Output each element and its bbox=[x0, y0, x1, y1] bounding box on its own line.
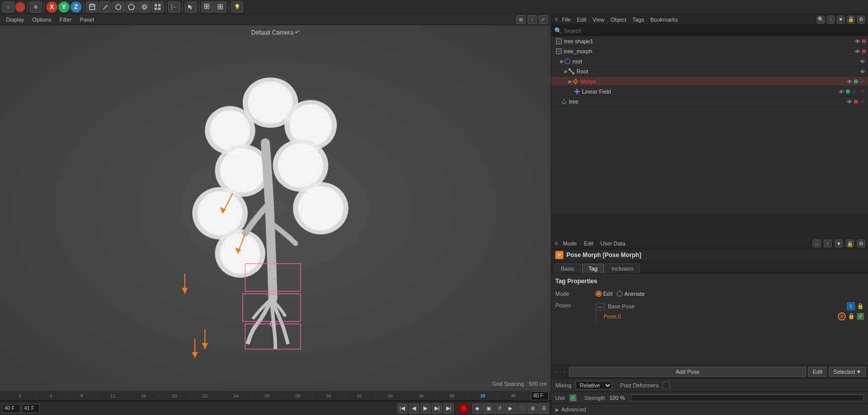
back-btn[interactable]: ← bbox=[813, 239, 821, 247]
tab-basic[interactable]: Basic bbox=[554, 264, 581, 273]
hamburger-menu[interactable]: ≡ bbox=[2, 2, 14, 13]
edit-menu[interactable]: Edit bbox=[575, 16, 589, 23]
pen-tool[interactable] bbox=[99, 2, 111, 13]
polygon-tool[interactable] bbox=[125, 2, 137, 13]
record-btn[interactable] bbox=[15, 2, 25, 12]
file-menu[interactable]: File bbox=[560, 16, 573, 23]
search-icon-btn[interactable]: 🔍 bbox=[817, 16, 825, 24]
expand-icon[interactable]: ▶ bbox=[564, 69, 568, 74]
light-tool[interactable]: 💡 bbox=[231, 2, 243, 13]
up-arrow-btn[interactable]: ↑ bbox=[827, 16, 835, 24]
cube-tool[interactable] bbox=[86, 2, 98, 13]
obj-vis-btn[interactable] bbox=[854, 38, 861, 45]
key-btn[interactable]: ◆ bbox=[472, 403, 482, 413]
strength-slider[interactable] bbox=[631, 394, 864, 401]
filter-icon-btn[interactable]: ▼ bbox=[837, 16, 845, 24]
add-pose-button[interactable]: Add Pose bbox=[569, 367, 806, 377]
grid-tool[interactable] bbox=[201, 2, 213, 13]
post-deformers-checkbox[interactable] bbox=[663, 382, 670, 389]
viewport-3d[interactable]: Default Camera •° bbox=[0, 25, 551, 391]
search-input[interactable] bbox=[564, 28, 865, 34]
list-item[interactable]: tree ✕ bbox=[551, 97, 868, 107]
obj-close-btn[interactable]: ✕ bbox=[859, 88, 866, 95]
play2-btn[interactable]: ▶ bbox=[505, 403, 516, 413]
up-btn[interactable]: ↑ bbox=[824, 239, 832, 247]
z-axis-btn[interactable]: Z bbox=[70, 2, 82, 13]
prev-frame-btn[interactable]: ◀ bbox=[409, 403, 419, 413]
options-menu[interactable]: Options bbox=[29, 16, 54, 23]
x-axis-btn[interactable]: X bbox=[46, 2, 57, 13]
display-menu[interactable]: Display bbox=[3, 16, 27, 23]
selected-button[interactable]: Selected ▼ bbox=[829, 367, 866, 377]
array-tool[interactable] bbox=[152, 2, 164, 13]
selection-tool[interactable] bbox=[185, 2, 197, 13]
add-btn[interactable]: ⊕ bbox=[30, 2, 42, 13]
list-item[interactable]: ▶ root bbox=[551, 56, 868, 66]
obj-check-btn[interactable]: ✓ bbox=[859, 78, 866, 85]
pose-0-check[interactable]: ✓ bbox=[857, 313, 864, 320]
edit-button[interactable]: Edit bbox=[808, 367, 827, 377]
obj-vis-btn[interactable] bbox=[859, 68, 866, 75]
cycle-btn[interactable]: ↺ bbox=[494, 403, 504, 413]
expand-icon[interactable]: ▶ bbox=[568, 79, 572, 84]
filter-menu[interactable]: Filter bbox=[56, 16, 75, 23]
tags-menu[interactable]: Tags bbox=[630, 16, 646, 23]
goto-end-btn[interactable]: ▶| bbox=[444, 403, 454, 413]
panel-menu[interactable]: Panel bbox=[77, 16, 97, 23]
tab-inclusion[interactable]: Inclusion bbox=[605, 264, 640, 273]
obj-vis-btn[interactable] bbox=[846, 98, 853, 105]
obj-check-btn[interactable]: ✓ bbox=[851, 88, 858, 95]
base-pose-expand[interactable]: — bbox=[596, 303, 605, 310]
list-item[interactable]: tree_morph bbox=[551, 46, 868, 56]
attr-menu[interactable]: ≡ bbox=[554, 240, 558, 247]
expand-icon[interactable]: ▶ bbox=[560, 59, 564, 64]
pose-0-eye-btn[interactable] bbox=[838, 312, 846, 320]
shape-tool[interactable] bbox=[112, 2, 124, 13]
play-btn[interactable]: ▶ bbox=[420, 403, 430, 413]
settings2-icon-btn[interactable]: ⚙ bbox=[857, 16, 865, 24]
list-item[interactable]: tree shape1 bbox=[551, 36, 868, 46]
pose-0-name[interactable]: Pose.0 bbox=[604, 313, 621, 319]
pose-0-lock[interactable]: 🔒 bbox=[848, 313, 855, 320]
viewport-expand-btn[interactable]: ⤢ bbox=[539, 15, 548, 24]
obj-vis-btn[interactable] bbox=[846, 78, 853, 85]
obj-vis-btn[interactable] bbox=[838, 88, 845, 95]
lock-icon-btn[interactable]: 🔒 bbox=[847, 16, 855, 24]
settings3-btn[interactable]: ⚙ bbox=[857, 239, 865, 247]
obj-vis-btn[interactable] bbox=[859, 58, 866, 65]
motion-btn[interactable]: ⚫ bbox=[517, 403, 527, 413]
lock2-btn[interactable]: 🔒 bbox=[846, 239, 854, 247]
gear-tool[interactable] bbox=[138, 2, 151, 13]
goto-start-btn[interactable]: |◀ bbox=[397, 403, 407, 413]
settings-btn[interactable]: ☰ bbox=[539, 403, 549, 413]
obj-close-btn[interactable]: ✕ bbox=[859, 98, 866, 105]
next-frame-btn[interactable]: ▶| bbox=[432, 403, 442, 413]
obj-vis-btn[interactable] bbox=[854, 48, 861, 55]
list-item[interactable]: ▶ Root bbox=[551, 66, 868, 76]
viewport-up-btn[interactable]: ↑ bbox=[528, 15, 537, 24]
grid-btn[interactable]: ⊞ bbox=[528, 403, 538, 413]
bookmarks-menu[interactable]: Bookmarks bbox=[648, 16, 680, 23]
split-tool[interactable]: |← bbox=[168, 2, 180, 13]
array2-tool[interactable] bbox=[214, 2, 227, 13]
3d-canvas[interactable]: Default Camera •° bbox=[0, 25, 551, 391]
filter2-btn[interactable]: ▼ bbox=[835, 239, 843, 247]
edit-radio[interactable]: Edit bbox=[596, 291, 613, 297]
base-pose-lock[interactable]: 🔒 bbox=[857, 303, 864, 310]
film-btn[interactable]: ▣ bbox=[483, 403, 493, 413]
object-menu[interactable]: Object bbox=[608, 16, 628, 23]
tab-tag[interactable]: Tag bbox=[582, 264, 604, 273]
start-frame-display[interactable]: 40 F bbox=[2, 404, 20, 413]
advanced-expand-icon[interactable]: ▶ bbox=[555, 407, 559, 412]
list-item-morph[interactable]: ▶ Morph ✓ bbox=[551, 76, 868, 87]
edit-menu[interactable]: Edit bbox=[582, 240, 596, 247]
mixing-select[interactable]: Absolute Relative Additive bbox=[575, 381, 612, 390]
end-frame-display[interactable]: 41 F bbox=[22, 404, 40, 413]
list-item[interactable]: Linear Field ✓ ✕ bbox=[551, 87, 868, 97]
user-data-menu[interactable]: User Data bbox=[599, 240, 628, 247]
y-axis-btn[interactable]: Y bbox=[58, 2, 69, 13]
animate-radio[interactable]: Animate bbox=[617, 291, 644, 297]
view-menu[interactable]: View bbox=[591, 16, 607, 23]
use-checkbox[interactable]: ✓ bbox=[569, 394, 576, 401]
obj-manager-menu[interactable]: ≡ bbox=[554, 16, 558, 23]
